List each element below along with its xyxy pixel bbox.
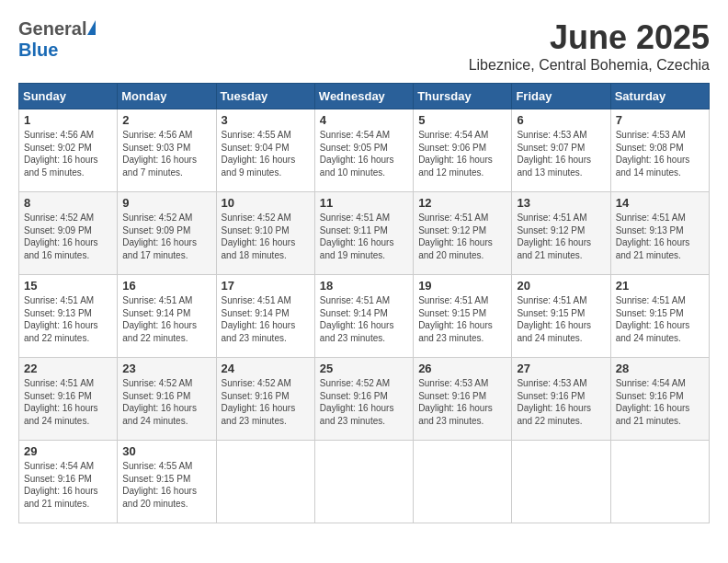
calendar-week-row: 1 Sunrise: 4:56 AMSunset: 9:02 PMDayligh… [19, 109, 710, 192]
day-number: 12 [418, 196, 506, 210]
calendar-table: SundayMondayTuesdayWednesdayThursdayFrid… [18, 83, 710, 523]
day-info: Sunrise: 4:51 AMSunset: 9:12 PMDaylight:… [418, 213, 493, 260]
calendar-week-row: 29 Sunrise: 4:54 AMSunset: 9:16 PMDaylig… [19, 441, 710, 523]
calendar-cell: 10 Sunrise: 4:52 AMSunset: 9:10 PMDaylig… [216, 192, 314, 275]
day-number: 18 [320, 279, 408, 293]
calendar-cell [314, 441, 413, 523]
calendar-cell: 1 Sunrise: 4:56 AMSunset: 9:02 PMDayligh… [19, 109, 118, 192]
day-info: Sunrise: 4:51 AMSunset: 9:14 PMDaylight:… [122, 295, 197, 343]
day-number: 30 [122, 444, 210, 458]
month-year-title: June 2025 [469, 18, 710, 57]
day-info: Sunrise: 4:51 AMSunset: 9:14 PMDaylight:… [222, 295, 296, 343]
day-number: 24 [222, 362, 310, 375]
calendar-cell: 14 Sunrise: 4:51 AMSunset: 9:13 PMDaylig… [610, 192, 709, 275]
title-area: June 2025 Libeznice, Central Bohemia, Cz… [469, 18, 710, 74]
calendar-cell: 13 Sunrise: 4:51 AMSunset: 9:12 PMDaylig… [512, 192, 610, 275]
calendar-week-row: 22 Sunrise: 4:51 AMSunset: 9:16 PMDaylig… [19, 358, 710, 441]
calendar-cell: 17 Sunrise: 4:51 AMSunset: 9:14 PMDaylig… [216, 275, 314, 358]
calendar-cell [512, 441, 610, 523]
calendar-cell: 5 Sunrise: 4:54 AMSunset: 9:06 PMDayligh… [414, 109, 512, 192]
day-info: Sunrise: 4:51 AMSunset: 9:16 PMDaylight:… [24, 378, 98, 426]
calendar-header-row: SundayMondayTuesdayWednesdayThursdayFrid… [19, 84, 710, 109]
day-info: Sunrise: 4:54 AMSunset: 9:16 PMDaylight:… [616, 378, 690, 426]
day-info: Sunrise: 4:55 AMSunset: 9:04 PMDaylight:… [222, 130, 296, 178]
day-number: 1 [24, 113, 112, 127]
day-info: Sunrise: 4:52 AMSunset: 9:16 PMDaylight:… [122, 378, 197, 426]
calendar-cell: 24 Sunrise: 4:52 AMSunset: 9:16 PMDaylig… [216, 358, 314, 441]
day-info: Sunrise: 4:52 AMSunset: 9:16 PMDaylight:… [320, 378, 394, 426]
day-number: 25 [320, 362, 408, 375]
day-info: Sunrise: 4:51 AMSunset: 9:11 PMDaylight:… [320, 213, 394, 260]
calendar-cell: 30 Sunrise: 4:55 AMSunset: 9:15 PMDaylig… [118, 441, 216, 523]
day-number: 2 [122, 113, 210, 127]
day-info: Sunrise: 4:52 AMSunset: 9:09 PMDaylight:… [122, 213, 197, 260]
day-number: 20 [517, 279, 605, 293]
calendar-cell: 19 Sunrise: 4:51 AMSunset: 9:15 PMDaylig… [414, 275, 512, 358]
calendar-cell: 23 Sunrise: 4:52 AMSunset: 9:16 PMDaylig… [118, 358, 216, 441]
calendar-header-friday: Friday [512, 84, 610, 109]
calendar-cell [216, 441, 314, 523]
calendar-header-saturday: Saturday [610, 84, 709, 109]
calendar-cell: 16 Sunrise: 4:51 AMSunset: 9:14 PMDaylig… [118, 275, 216, 358]
location-subtitle: Libeznice, Central Bohemia, Czechia [469, 57, 710, 74]
day-info: Sunrise: 4:52 AMSunset: 9:16 PMDaylight:… [222, 378, 296, 426]
day-number: 8 [24, 196, 112, 210]
logo-triangle-icon [87, 20, 96, 35]
calendar-header-sunday: Sunday [19, 84, 118, 109]
day-number: 29 [24, 444, 112, 458]
day-number: 26 [418, 362, 506, 375]
day-number: 21 [616, 279, 704, 293]
day-number: 27 [517, 362, 605, 375]
logo-blue: Blue [18, 40, 58, 60]
calendar-cell: 27 Sunrise: 4:53 AMSunset: 9:16 PMDaylig… [512, 358, 610, 441]
day-info: Sunrise: 4:54 AMSunset: 9:06 PMDaylight:… [418, 130, 493, 178]
calendar-header-tuesday: Tuesday [216, 84, 314, 109]
calendar-cell: 11 Sunrise: 4:51 AMSunset: 9:11 PMDaylig… [314, 192, 413, 275]
calendar-cell: 3 Sunrise: 4:55 AMSunset: 9:04 PMDayligh… [216, 109, 314, 192]
day-number: 5 [418, 113, 506, 127]
day-number: 16 [122, 279, 210, 293]
day-info: Sunrise: 4:52 AMSunset: 9:10 PMDaylight:… [222, 213, 296, 260]
day-number: 13 [517, 196, 605, 210]
calendar-cell: 25 Sunrise: 4:52 AMSunset: 9:16 PMDaylig… [314, 358, 413, 441]
day-number: 15 [24, 279, 112, 293]
logo-general: General [18, 18, 86, 40]
calendar-week-row: 8 Sunrise: 4:52 AMSunset: 9:09 PMDayligh… [19, 192, 710, 275]
day-number: 7 [616, 113, 704, 127]
calendar-cell: 4 Sunrise: 4:54 AMSunset: 9:05 PMDayligh… [314, 109, 413, 192]
calendar-cell: 7 Sunrise: 4:53 AMSunset: 9:08 PMDayligh… [610, 109, 709, 192]
day-info: Sunrise: 4:53 AMSunset: 9:16 PMDaylight:… [517, 378, 591, 426]
calendar-cell [414, 441, 512, 523]
day-info: Sunrise: 4:55 AMSunset: 9:15 PMDaylight:… [122, 461, 197, 509]
day-info: Sunrise: 4:51 AMSunset: 9:15 PMDaylight:… [418, 295, 493, 343]
page-header: General Blue June 2025 Libeznice, Centra… [18, 18, 710, 74]
calendar-cell: 21 Sunrise: 4:51 AMSunset: 9:15 PMDaylig… [610, 275, 709, 358]
logo: General Blue [18, 18, 96, 61]
day-info: Sunrise: 4:54 AMSunset: 9:05 PMDaylight:… [320, 130, 394, 178]
calendar-cell: 28 Sunrise: 4:54 AMSunset: 9:16 PMDaylig… [610, 358, 709, 441]
calendar-cell: 20 Sunrise: 4:51 AMSunset: 9:15 PMDaylig… [512, 275, 610, 358]
day-info: Sunrise: 4:51 AMSunset: 9:15 PMDaylight:… [517, 295, 591, 343]
calendar-header-thursday: Thursday [414, 84, 512, 109]
day-info: Sunrise: 4:52 AMSunset: 9:09 PMDaylight:… [24, 213, 98, 260]
day-number: 22 [24, 362, 112, 375]
day-info: Sunrise: 4:51 AMSunset: 9:14 PMDaylight:… [320, 295, 394, 343]
day-number: 19 [418, 279, 506, 293]
calendar-cell: 15 Sunrise: 4:51 AMSunset: 9:13 PMDaylig… [19, 275, 118, 358]
calendar-cell [610, 441, 709, 523]
day-info: Sunrise: 4:53 AMSunset: 9:08 PMDaylight:… [616, 130, 690, 178]
day-info: Sunrise: 4:53 AMSunset: 9:07 PMDaylight:… [517, 130, 591, 178]
calendar-cell: 18 Sunrise: 4:51 AMSunset: 9:14 PMDaylig… [314, 275, 413, 358]
calendar-header-monday: Monday [118, 84, 216, 109]
day-info: Sunrise: 4:56 AMSunset: 9:03 PMDaylight:… [122, 130, 197, 178]
day-number: 10 [222, 196, 310, 210]
calendar-cell: 2 Sunrise: 4:56 AMSunset: 9:03 PMDayligh… [118, 109, 216, 192]
calendar-cell: 6 Sunrise: 4:53 AMSunset: 9:07 PMDayligh… [512, 109, 610, 192]
day-number: 23 [122, 362, 210, 375]
day-info: Sunrise: 4:54 AMSunset: 9:16 PMDaylight:… [24, 461, 98, 509]
calendar-cell: 26 Sunrise: 4:53 AMSunset: 9:16 PMDaylig… [414, 358, 512, 441]
day-number: 6 [517, 113, 605, 127]
day-number: 4 [320, 113, 408, 127]
day-number: 3 [222, 113, 310, 127]
day-info: Sunrise: 4:53 AMSunset: 9:16 PMDaylight:… [418, 378, 493, 426]
